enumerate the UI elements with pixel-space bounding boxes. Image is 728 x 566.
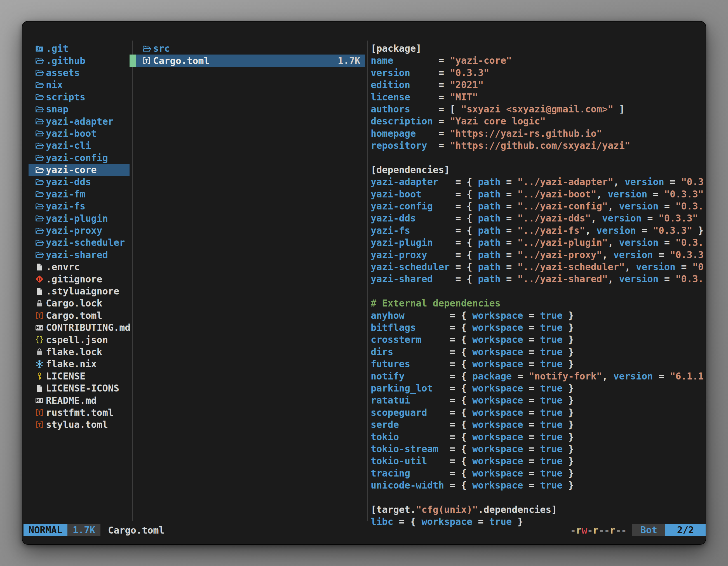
file-row[interactable]: flake.nix [29, 358, 130, 370]
file-row[interactable]: yazi-fs [29, 200, 130, 212]
preview-line: yazi-config = { path = "../yazi-config",… [371, 200, 706, 212]
preview-line: yazi-adapter = { path = "../yazi-adapter… [371, 176, 706, 188]
preview-line: yazi-scheduler = { path = "../yazi-sched… [371, 261, 706, 273]
markdown-icon [35, 396, 44, 405]
folder-icon [35, 238, 44, 248]
file-name: stylua.toml [46, 419, 108, 430]
folder-icon [35, 165, 44, 175]
file-row[interactable]: scripts [29, 91, 130, 103]
file-row[interactable]: .github [29, 55, 130, 67]
folder-icon [35, 153, 44, 163]
cursor-counter-badge: 2/2 [665, 524, 706, 536]
preview-line: description = "Yazi core logic" [371, 115, 706, 127]
file-row[interactable]: yazi-config [29, 152, 130, 164]
file-row[interactable]: .git [29, 43, 130, 55]
file-name: README.md [46, 395, 97, 406]
file-size-badge: 1.7K [67, 524, 100, 536]
preview-line [371, 152, 706, 164]
file-row[interactable]: Cargo.toml [29, 309, 130, 321]
file-name: yazi-dds [46, 177, 91, 187]
file-row[interactable]: rustfmt.toml [29, 407, 130, 419]
file-name: Cargo.lock [46, 298, 102, 309]
file-row[interactable]: snap [29, 103, 130, 115]
pane-divider-right [367, 41, 368, 521]
file-row[interactable]: yazi-fm [29, 188, 130, 200]
toml-icon [35, 420, 44, 429]
file-row[interactable]: yazi-plugin [29, 212, 130, 224]
selection-marker [130, 55, 136, 67]
file-row[interactable]: Cargo.lock [29, 297, 130, 309]
file-row[interactable]: yazi-cli [29, 140, 130, 152]
file-name: Cargo.toml [46, 310, 102, 321]
file-row[interactable]: assets [29, 67, 130, 79]
file-row[interactable]: cspell.json [29, 333, 130, 346]
file-row[interactable]: yazi-adapter [29, 115, 130, 127]
status-filename: Cargo.toml [108, 525, 165, 536]
scroll-position-badge: Bot [632, 524, 665, 536]
status-bar-left: NORMAL 1.7K Cargo.toml [24, 524, 165, 536]
file-name: Cargo.toml [153, 55, 210, 66]
file-row[interactable]: LICENSE [29, 370, 130, 382]
file-preview-pane: [package]name = "yazi-core"version = "0.… [371, 43, 706, 544]
file-name: assets [46, 67, 80, 78]
file-row[interactable]: README.md [29, 394, 130, 406]
file-size: 1.7K [338, 55, 365, 66]
file-name: CONTRIBUTING.md [46, 322, 131, 333]
preview-line: name = "yazi-core" [371, 55, 706, 67]
preview-line: # External dependencies [371, 297, 706, 309]
file-name: snap [46, 104, 69, 115]
file-row[interactable]: yazi-boot [29, 128, 130, 140]
file-row[interactable]: nix [29, 79, 130, 91]
file-row[interactable]: .styluaignore [29, 285, 130, 297]
file-name: yazi-cli [46, 140, 91, 151]
status-bar-right: -rw-r--r-- Bot 2/2 [570, 524, 706, 536]
file-row[interactable]: flake.lock [29, 346, 130, 358]
preview-line: scopeguard = { workspace = true } [371, 407, 706, 419]
file-name: cspell.json [46, 334, 108, 345]
folder-icon [35, 226, 44, 236]
file-name: LICENSE [46, 371, 85, 382]
folder-icon [35, 68, 44, 78]
file-row[interactable]: stylua.toml [29, 419, 130, 431]
file-row[interactable]: Cargo.toml1.7K [130, 55, 365, 67]
file-name: .gitignore [46, 274, 102, 285]
file-name: .styluaignore [46, 286, 119, 297]
preview-line: bitflags = { workspace = true } [371, 321, 706, 333]
preview-line: [target."cfg(unix)".dependencies] [371, 504, 706, 516]
file-row[interactable]: .envrc [29, 261, 130, 273]
preview-line: license = "MIT" [371, 91, 706, 103]
file-row[interactable]: yazi-scheduler [29, 237, 130, 249]
folder-icon [35, 92, 44, 102]
preview-line: tracing = { workspace = true } [371, 467, 706, 479]
json-icon [35, 335, 44, 344]
file-name: nix [46, 79, 63, 90]
preview-line [371, 285, 706, 297]
file-name: flake.lock [46, 346, 102, 357]
folder-icon [35, 129, 44, 138]
preview-line: ratatui = { workspace = true } [371, 394, 706, 406]
file-row[interactable]: yazi-proxy [29, 225, 130, 237]
file-row[interactable]: yazi-shared [29, 249, 130, 261]
yazi-terminal-window: .git.githubassetsnixscriptssnapyazi-adap… [22, 21, 706, 545]
folder-icon [35, 202, 44, 211]
preview-line: parking_lot = { workspace = true } [371, 382, 706, 394]
file-row[interactable]: src [130, 43, 365, 55]
file-name: yazi-proxy [46, 225, 102, 236]
preview-line: version = "0.3.3" [371, 67, 706, 79]
file-row[interactable]: .gitignore [29, 273, 130, 285]
preview-line [371, 491, 706, 503]
folder-icon [35, 141, 44, 151]
pane-divider-left [132, 41, 133, 521]
file-row[interactable]: yazi-core [29, 164, 130, 176]
file-name: yazi-scheduler [46, 237, 125, 248]
file-name: .github [46, 55, 85, 66]
preview-line: dirs = { workspace = true } [371, 346, 706, 358]
file-name: yazi-adapter [46, 116, 114, 127]
preview-line: anyhow = { workspace = true } [371, 309, 706, 321]
file-row[interactable]: yazi-dds [29, 176, 130, 188]
file-row[interactable]: LICENSE-ICONS [29, 382, 130, 394]
file-icon [35, 384, 44, 393]
lock-icon [35, 299, 44, 308]
preview-line: edition = "2021" [371, 79, 706, 91]
file-row[interactable]: CONTRIBUTING.md [29, 321, 130, 333]
